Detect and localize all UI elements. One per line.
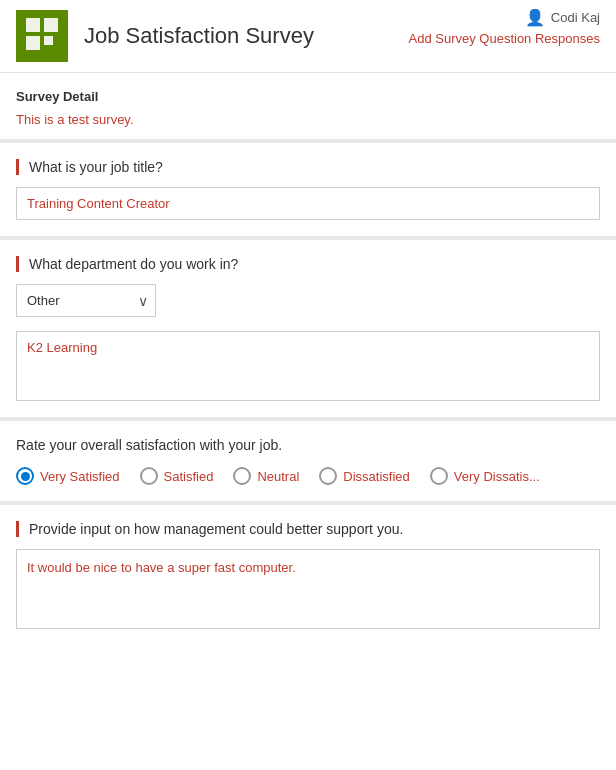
radio-neutral-circle <box>233 467 251 485</box>
question-1-section: What is your job title? <box>0 143 616 240</box>
question-3-section: Rate your overall satisfaction with your… <box>0 421 616 505</box>
user-info: 👤 Codi Kaj <box>525 8 600 27</box>
question-2-section: What department do you work in? Other En… <box>0 240 616 421</box>
svg-rect-0 <box>26 18 40 32</box>
svg-rect-3 <box>44 36 53 45</box>
job-title-input[interactable] <box>16 187 600 220</box>
app-header: Job Satisfaction Survey 👤 Codi Kaj Add S… <box>0 0 616 73</box>
question-3-label: Rate your overall satisfaction with your… <box>16 437 600 453</box>
radio-very-satisfied-circle <box>16 467 34 485</box>
question-2-label: What department do you work in? <box>16 256 600 272</box>
radio-dissatisfied-circle <box>319 467 337 485</box>
survey-detail-description: This is a test survey. <box>16 112 600 127</box>
department-dropdown[interactable]: Other Engineering Marketing Sales HR K2 … <box>16 284 156 317</box>
rating-options-group: Very Satisfied Satisfied Neutral Dissati… <box>16 467 600 485</box>
radio-neutral-label: Neutral <box>257 469 299 484</box>
question-4-section: Provide input on how management could be… <box>0 505 616 648</box>
app-logo <box>16 10 68 62</box>
option-very-dissatisfied[interactable]: Very Dissatis... <box>430 467 540 485</box>
radio-satisfied-circle <box>140 467 158 485</box>
survey-detail-title: Survey Detail <box>16 89 600 104</box>
question-4-label: Provide input on how management could be… <box>16 521 600 537</box>
option-dissatisfied[interactable]: Dissatisfied <box>319 467 409 485</box>
option-very-satisfied[interactable]: Very Satisfied <box>16 467 120 485</box>
question-1-label: What is your job title? <box>16 159 600 175</box>
survey-detail-section: Survey Detail This is a test survey. <box>0 73 616 143</box>
department-dropdown-wrapper: Other Engineering Marketing Sales HR K2 … <box>16 284 156 317</box>
management-support-textarea[interactable]: It would be nice to have a super fast co… <box>16 549 600 629</box>
radio-very-dissatisfied-circle <box>430 467 448 485</box>
option-satisfied[interactable]: Satisfied <box>140 467 214 485</box>
option-neutral[interactable]: Neutral <box>233 467 299 485</box>
radio-satisfied-label: Satisfied <box>164 469 214 484</box>
radio-very-satisfied-label: Very Satisfied <box>40 469 120 484</box>
logo-icon <box>24 16 60 52</box>
svg-rect-1 <box>44 18 58 32</box>
user-area: 👤 Codi Kaj Add Survey Question Responses <box>409 8 601 46</box>
person-icon: 👤 <box>525 8 545 27</box>
logo-text <box>24 16 60 57</box>
add-survey-link[interactable]: Add Survey Question Responses <box>409 31 601 46</box>
radio-dissatisfied-label: Dissatisfied <box>343 469 409 484</box>
svg-rect-2 <box>26 36 40 50</box>
user-name: Codi Kaj <box>551 10 600 25</box>
department-note-textarea[interactable]: K2 Learning <box>16 331 600 401</box>
radio-very-dissatisfied-label: Very Dissatis... <box>454 469 540 484</box>
